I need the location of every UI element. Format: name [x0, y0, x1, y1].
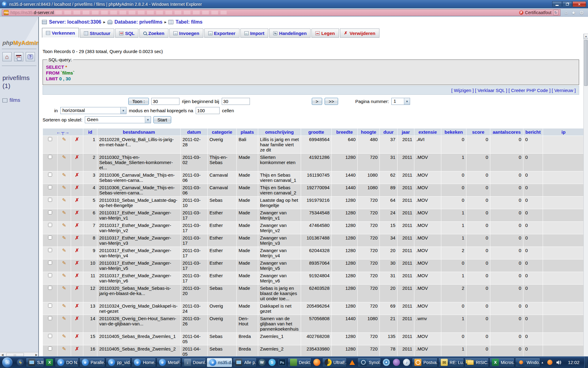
column-header-score[interactable]: score — [466, 128, 490, 136]
start-row-input[interactable] — [222, 98, 250, 105]
column-header-bestandsnaam[interactable]: bestandsnaam — [97, 128, 181, 136]
row-select-checkbox[interactable] — [48, 155, 52, 159]
sql-action-cre-er-php-code[interactable]: Creëer PHP Code — [508, 88, 550, 93]
taskbar-button-home[interactable]: eHome... — [131, 358, 156, 367]
taskbar-button-ultrae[interactable]: UUltraE... — [322, 358, 347, 367]
tab-sql[interactable]: SQL — [115, 29, 138, 38]
row-select-checkbox[interactable] — [48, 347, 52, 351]
url-field[interactable]: PMA https://ns35. d-server.nl ✗ Certific… — [2, 9, 560, 16]
breadcrumb-table-link[interactable]: Tabel: films — [175, 19, 202, 25]
taskbar-button-allep[interactable]: Alle p... — [233, 358, 256, 367]
column-header-extensie[interactable]: extensie — [414, 128, 441, 136]
sql-window-button[interactable] — [14, 52, 23, 61]
column-header-datum[interactable]: datum — [181, 128, 208, 136]
sort-start-button[interactable]: Start — [153, 116, 171, 123]
delete-x-icon[interactable]: ✗ — [75, 346, 79, 351]
delete-x-icon[interactable]: ✗ — [75, 172, 79, 178]
taskbar-button-paralle[interactable]: eParalle... — [79, 358, 105, 367]
taskbar-button-ppvid[interactable]: epp_vid... — [106, 358, 131, 367]
column-header-omschrijving[interactable]: omschrijving — [258, 128, 301, 136]
home-icon[interactable]: ⌂ — [565, 10, 568, 15]
taskbar-button-deskt[interactable]: Deskt... — [288, 358, 311, 367]
row-select-checkbox[interactable] — [48, 210, 52, 214]
taskbar-button-risic[interactable]: RISIC... — [465, 358, 489, 367]
taskbar-button-metaf[interactable]: eMetaF... — [156, 358, 181, 367]
taskbar-button-don[interactable]: eDO N... — [55, 358, 78, 367]
tab-invoegen[interactable]: Invoegen — [169, 29, 203, 38]
tab-handelingen[interactable]: Handelingen — [269, 29, 311, 38]
breadcrumb-database-link[interactable]: Database: privefilms — [115, 19, 163, 25]
row-select-checkbox[interactable] — [48, 173, 52, 177]
skype-icon[interactable]: S — [269, 359, 276, 366]
database-selector[interactable]: privefilms (1) — [2, 74, 38, 90]
taskbar-button-postva[interactable]: Postva... — [412, 358, 438, 367]
taskbar-button-ns35d[interactable]: ens35.d... — [207, 358, 232, 367]
taskbar-button-synol[interactable]: Synol... — [357, 358, 381, 367]
minimize-button[interactable] — [552, 1, 562, 7]
edit-pencil-icon[interactable]: ✎ — [62, 172, 66, 178]
taskbar-button-relu[interactable]: RE: Lu... — [438, 358, 464, 367]
close-button[interactable]: × — [572, 1, 586, 7]
paint-icon[interactable] — [393, 359, 400, 366]
column-header-jaar[interactable]: jaar — [398, 128, 414, 136]
volume-icon[interactable] — [556, 360, 562, 365]
delete-x-icon[interactable]: ✗ — [75, 286, 79, 291]
edit-pencil-icon[interactable]: ✎ — [62, 137, 66, 142]
taskbar-button-downl[interactable]: ↓Downl... — [182, 358, 206, 367]
tray-app-icon[interactable] — [547, 360, 552, 365]
column-header-bericht[interactable]: bericht — [523, 128, 543, 136]
edit-pencil-icon[interactable]: ✎ — [62, 316, 66, 321]
firefox-icon[interactable] — [313, 359, 320, 366]
page-number-select[interactable]: 1 ▼ — [391, 98, 410, 105]
column-header-bekeken[interactable]: bekeken — [441, 128, 466, 136]
edit-pencil-icon[interactable]: ✎ — [62, 273, 66, 278]
tab-verkennen[interactable]: Verkennen — [42, 28, 79, 38]
restore-button[interactable] — [562, 1, 572, 7]
row-select-checkbox[interactable] — [48, 316, 52, 320]
sql-action-vernieuw[interactable]: Vernieuw — [552, 88, 576, 93]
photoshop-icon[interactable]: Ps — [279, 359, 286, 366]
row-select-checkbox[interactable] — [48, 286, 52, 290]
next-page-button[interactable]: > — [312, 98, 322, 105]
tab-exporteer[interactable]: Exporteer — [204, 29, 239, 38]
wordpress-icon[interactable]: W — [258, 359, 266, 366]
delete-x-icon[interactable]: ✗ — [75, 210, 79, 215]
tab-import[interactable]: Import — [240, 29, 269, 38]
delete-x-icon[interactable]: ✗ — [75, 185, 79, 190]
edit-pencil-icon[interactable]: ✎ — [62, 223, 66, 228]
edit-pencil-icon[interactable]: ✎ — [62, 210, 66, 215]
favorites-star-icon[interactable]: ★ — [571, 10, 575, 16]
edit-pencil-icon[interactable]: ✎ — [62, 197, 66, 203]
sidebar-table-films[interactable]: films — [2, 97, 38, 103]
tab-verwijderen[interactable]: Verwijderen — [340, 29, 379, 38]
row-select-checkbox[interactable] — [48, 236, 52, 240]
vertical-scrollbar[interactable]: ▲ ▼ — [583, 34, 588, 368]
vlc-icon[interactable] — [349, 359, 356, 366]
repeat-headers-input[interactable] — [196, 107, 220, 114]
tray-expand-icon[interactable]: ▲ — [541, 361, 544, 364]
start-button[interactable]: ⊞ — [2, 357, 13, 368]
disc-icon[interactable] — [383, 359, 390, 366]
column-header-duur[interactable]: duur — [380, 128, 398, 136]
home-button[interactable]: ⌂ — [2, 52, 12, 61]
column-header-id[interactable]: id — [83, 128, 97, 136]
tab-legen[interactable]: Legen — [311, 29, 339, 38]
scroll-up-icon[interactable]: ▲ — [584, 34, 588, 39]
row-select-checkbox[interactable] — [48, 198, 52, 202]
delete-x-icon[interactable]: ✗ — [75, 316, 79, 321]
breadcrumb-server-link[interactable]: Server: localhost:3306 — [49, 19, 101, 25]
sql-action-wijzigen[interactable]: Wijzigen — [451, 88, 474, 93]
sort-key-select[interactable]: Geen ▼ — [85, 116, 151, 123]
delete-x-icon[interactable]: ✗ — [75, 303, 79, 309]
row-select-checkbox[interactable] — [48, 223, 52, 227]
column-header-plaats[interactable]: plaats — [237, 128, 258, 136]
show-button[interactable]: Toon : — [128, 98, 149, 105]
edit-pencil-icon[interactable]: ✎ — [62, 346, 66, 351]
row-select-checkbox[interactable] — [48, 304, 52, 308]
column-header-breedte[interactable]: breedte — [332, 128, 358, 136]
row-select-checkbox[interactable] — [48, 334, 52, 338]
column-header-categorie[interactable]: categorie — [208, 128, 237, 136]
column-header-hoogte[interactable]: hoogte — [358, 128, 380, 136]
edit-pencil-icon[interactable]: ✎ — [62, 286, 66, 291]
itunes-icon[interactable]: ♪ — [403, 359, 410, 366]
